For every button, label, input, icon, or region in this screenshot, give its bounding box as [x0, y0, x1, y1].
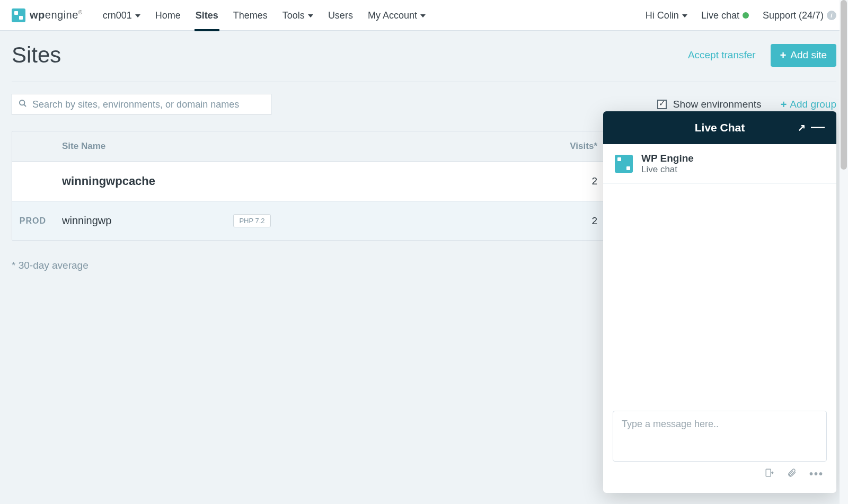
- site-visits: 2: [523, 175, 597, 187]
- expand-icon[interactable]: ↗: [798, 122, 806, 134]
- add-site-button[interactable]: + Add site: [771, 44, 836, 67]
- search-input[interactable]: [32, 99, 264, 110]
- brand-name: wpengine®: [30, 9, 83, 21]
- env-name-cell: winningwp PHP 7.2: [62, 214, 523, 227]
- show-environments-toggle[interactable]: Show environments: [657, 99, 762, 110]
- nav-users[interactable]: Users: [328, 0, 353, 31]
- header-actions: Accept transfer + Add site: [688, 44, 836, 67]
- env-name[interactable]: winningwp: [62, 215, 111, 227]
- plus-icon: +: [780, 49, 787, 61]
- show-environments-label: Show environments: [673, 99, 762, 110]
- minimize-icon[interactable]: —: [811, 119, 825, 135]
- support-link[interactable]: Support (24/7) i: [763, 0, 836, 31]
- search-right: Show environments + Add group: [657, 99, 836, 111]
- env-visits: 2: [523, 215, 597, 227]
- chevron-down-icon: [420, 14, 426, 17]
- chat-message-input[interactable]: [613, 411, 827, 462]
- chat-brand-subtitle: Live chat: [641, 164, 694, 175]
- scrollbar-thumb[interactable]: [841, 0, 847, 170]
- chevron-down-icon: [135, 14, 140, 17]
- live-chat-link[interactable]: Live chat: [701, 0, 749, 31]
- accept-transfer-link[interactable]: Accept transfer: [688, 49, 756, 61]
- page-title: Sites: [12, 42, 61, 68]
- add-site-label: Add site: [790, 49, 827, 61]
- chat-title: Live Chat: [695, 121, 745, 134]
- chat-tool-icons: •••: [613, 468, 827, 483]
- chat-brand-row: WP Engine Live chat: [603, 144, 836, 184]
- live-chat-widget: Live Chat ↗ — WP Engine Live chat •••: [603, 111, 836, 493]
- nav-themes[interactable]: Themes: [233, 0, 268, 31]
- page-scrollbar[interactable]: [840, 0, 848, 504]
- nav-my-account[interactable]: My Account: [368, 0, 426, 31]
- attach-file-icon[interactable]: [787, 468, 797, 480]
- status-online-icon: [743, 12, 749, 19]
- user-greeting[interactable]: Hi Colin: [646, 0, 687, 31]
- brand-logo[interactable]: wpengine®: [12, 8, 83, 22]
- env-label: PROD: [17, 216, 62, 226]
- svg-point-0: [20, 100, 24, 105]
- nav-tools[interactable]: Tools: [282, 0, 313, 31]
- nav-right: Hi Colin Live chat Support (24/7) i: [646, 0, 836, 31]
- php-version-tag: PHP 7.2: [233, 214, 270, 227]
- account-selector-label: crn001: [103, 0, 132, 31]
- search-icon: [19, 99, 27, 110]
- svg-rect-2: [766, 469, 771, 476]
- logo-mark-icon: [615, 155, 633, 173]
- chat-input-area: •••: [603, 401, 836, 493]
- col-site-name[interactable]: Site Name: [62, 141, 523, 152]
- logo-mark-icon: [12, 8, 25, 22]
- info-icon: i: [827, 11, 836, 20]
- page-header: Sites Accept transfer + Add site: [12, 42, 836, 82]
- svg-line-1: [24, 104, 26, 107]
- chat-header: Live Chat ↗ —: [603, 111, 836, 144]
- chat-messages-area: [603, 184, 836, 401]
- checkbox-icon: [657, 100, 667, 109]
- top-nav: wpengine® crn001 Home Sites Themes Tools…: [0, 0, 848, 31]
- plus-icon: +: [781, 99, 787, 111]
- account-selector[interactable]: crn001: [103, 0, 140, 31]
- col-visits[interactable]: Visits*: [523, 141, 597, 152]
- exit-chat-icon[interactable]: [765, 468, 774, 480]
- chevron-down-icon: [308, 14, 313, 17]
- nav-home[interactable]: Home: [155, 0, 181, 31]
- site-name: winningwpcache: [62, 174, 523, 188]
- nav-left: crn001 Home Sites Themes Tools Users My …: [103, 0, 426, 31]
- chevron-down-icon: [682, 14, 687, 17]
- search-box[interactable]: [12, 94, 271, 115]
- nav-sites[interactable]: Sites: [196, 0, 218, 31]
- chat-brand-title: WP Engine: [641, 153, 694, 164]
- add-group-link[interactable]: + Add group: [781, 99, 836, 111]
- more-options-icon[interactable]: •••: [809, 468, 824, 480]
